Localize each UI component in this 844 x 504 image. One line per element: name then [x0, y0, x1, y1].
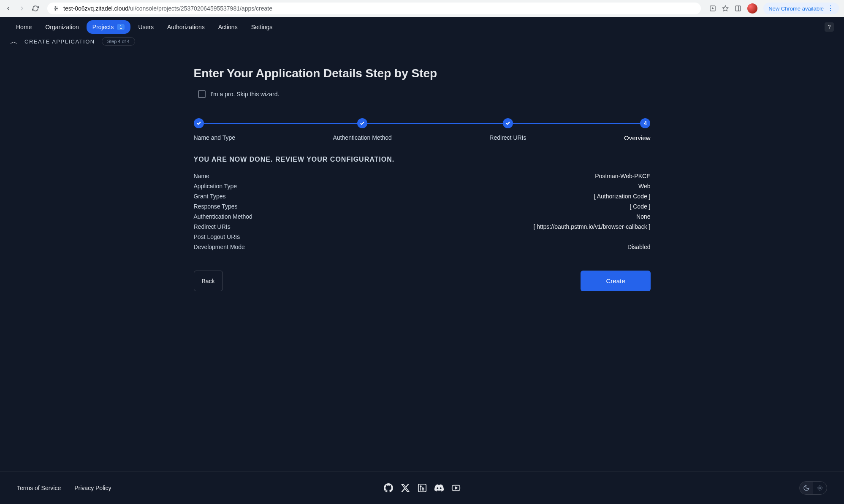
svg-line-22: [822, 486, 822, 486]
content: Enter Your Application Details Step by S…: [0, 50, 844, 471]
nav-projects-badge: 1: [117, 24, 125, 30]
step-1[interactable]: Name and Type: [194, 118, 236, 141]
chrome-right: New Chrome available ⋮: [709, 3, 839, 14]
review-row-redirecturis: Redirect URIs[ https://oauth.pstmn.io/v1…: [194, 222, 651, 232]
review-heading: YOU ARE NOW DONE. REVIEW YOUR CONFIGURAT…: [194, 156, 651, 163]
nav-arrows: [5, 5, 39, 12]
create-button[interactable]: Create: [581, 271, 650, 291]
review-row-authmethod: Authentication MethodNone: [194, 211, 651, 222]
nav-users[interactable]: Users: [132, 20, 160, 34]
update-label: New Chrome available: [768, 5, 824, 12]
skip-wizard-label[interactable]: I'm a pro. Skip this wizard.: [211, 91, 280, 98]
linkedin-icon[interactable]: [418, 483, 427, 493]
check-icon: [196, 121, 201, 126]
step-2-label: Authentication Method: [333, 134, 392, 141]
nav-organization[interactable]: Organization: [39, 20, 84, 34]
svg-point-5: [55, 9, 56, 10]
star-icon[interactable]: [722, 5, 729, 12]
step-3-label: Redirect URIs: [489, 134, 526, 141]
review-val: [ https://oauth.pstmn.io/v1/browser-call…: [533, 223, 650, 230]
step-1-circle: [194, 118, 204, 128]
step-2[interactable]: Authentication Method: [333, 118, 392, 141]
devtools-icon[interactable]: [735, 5, 741, 12]
review-key: Application Type: [194, 183, 237, 190]
review-val: None: [636, 213, 650, 220]
review-val: [ Authorization Code ]: [594, 193, 651, 200]
svg-point-3: [55, 6, 56, 7]
page-title: Enter Your Application Details Step by S…: [194, 67, 651, 80]
step-3-circle: [503, 118, 513, 128]
reload-icon[interactable]: [32, 5, 39, 12]
sun-icon: [817, 485, 823, 491]
menu-dots-icon: ⋮: [827, 5, 834, 12]
discord-icon[interactable]: [434, 483, 444, 493]
nav-projects[interactable]: Projects 1: [87, 20, 131, 34]
stepper: Name and Type Authentication Method Redi…: [194, 118, 651, 141]
step-4-label: Overview: [624, 134, 651, 141]
svg-rect-8: [735, 6, 741, 11]
x-icon[interactable]: [401, 483, 410, 493]
url-bar[interactable]: test-0o6zvq.zitadel.cloud/ui/console/pro…: [47, 3, 701, 14]
app-root: Home Organization Projects 1 Users Autho…: [0, 17, 844, 504]
chrome-update-button[interactable]: New Chrome available ⋮: [763, 3, 839, 14]
skip-wizard-checkbox[interactable]: [198, 90, 206, 98]
svg-marker-13: [455, 487, 457, 489]
steps: Name and Type Authentication Method Redi…: [194, 118, 651, 141]
nav-settings[interactable]: Settings: [245, 20, 279, 34]
back-button[interactable]: Back: [194, 271, 223, 291]
review-val: Web: [638, 183, 651, 190]
svg-marker-7: [723, 5, 728, 11]
youtube-icon[interactable]: [451, 483, 461, 493]
wizard-actions: Back Create: [194, 271, 651, 291]
theme-toggle: [799, 481, 827, 495]
svg-line-21: [818, 490, 818, 490]
step-2-circle: [357, 118, 367, 128]
svg-line-18: [822, 490, 822, 490]
site-settings-icon[interactable]: [53, 5, 59, 11]
svg-point-11: [420, 486, 421, 487]
review-val: Disabled: [627, 244, 650, 250]
tos-link[interactable]: Terms of Service: [17, 485, 61, 491]
review-key: Post Logout URIs: [194, 233, 240, 240]
social-links: [384, 483, 461, 493]
review-row-apptype: Application TypeWeb: [194, 181, 651, 191]
step-pill: Step 4 of 4: [102, 37, 135, 46]
privacy-link[interactable]: Privacy Policy: [74, 485, 111, 491]
review-key: Grant Types: [194, 193, 226, 200]
forward-icon[interactable]: [19, 5, 25, 12]
top-nav-left: Home Organization Projects 1 Users Autho…: [10, 20, 278, 34]
help-button[interactable]: ?: [825, 22, 834, 32]
check-icon: [360, 121, 365, 126]
review-val: Postman-Web-PKCE: [595, 173, 650, 179]
github-icon[interactable]: [384, 483, 393, 493]
footer: Terms of Service Privacy Policy: [0, 471, 844, 504]
review-val: [ Code ]: [630, 203, 650, 210]
svg-point-4: [57, 8, 57, 9]
browser-chrome: test-0o6zvq.zitadel.cloud/ui/console/pro…: [0, 0, 844, 17]
review-key: Name: [194, 173, 209, 179]
step-4[interactable]: 4 Overview: [624, 118, 651, 141]
review-row-name: NamePostman-Web-PKCE: [194, 171, 651, 181]
review-key: Redirect URIs: [194, 223, 231, 230]
profile-avatar[interactable]: [747, 3, 757, 14]
review-key: Response Types: [194, 203, 238, 210]
install-app-icon[interactable]: [709, 5, 716, 12]
theme-dark-button[interactable]: [800, 482, 813, 494]
theme-light-button[interactable]: [813, 482, 827, 494]
crumb-bar: ︿ CREATE APPLICATION Step 4 of 4: [0, 36, 844, 50]
review-key: Authentication Method: [194, 213, 252, 220]
nav-home[interactable]: Home: [10, 20, 38, 34]
back-icon[interactable]: [5, 5, 12, 12]
review-row-responsetypes: Response Types[ Code ]: [194, 201, 651, 211]
step-1-label: Name and Type: [194, 134, 236, 141]
review-key: Development Mode: [194, 244, 245, 250]
svg-line-17: [818, 486, 818, 486]
nav-authorizations[interactable]: Authorizations: [161, 20, 211, 34]
step-3[interactable]: Redirect URIs: [489, 118, 526, 141]
nav-actions[interactable]: Actions: [212, 20, 244, 34]
url-text: test-0o6zvq.zitadel.cloud/ui/console/pro…: [63, 5, 695, 12]
chevron-up-icon[interactable]: ︿: [10, 36, 18, 46]
top-nav: Home Organization Projects 1 Users Autho…: [0, 17, 844, 37]
skip-wizard-row: I'm a pro. Skip this wizard.: [198, 90, 651, 98]
review-table: NamePostman-Web-PKCE Application TypeWeb…: [194, 171, 651, 252]
